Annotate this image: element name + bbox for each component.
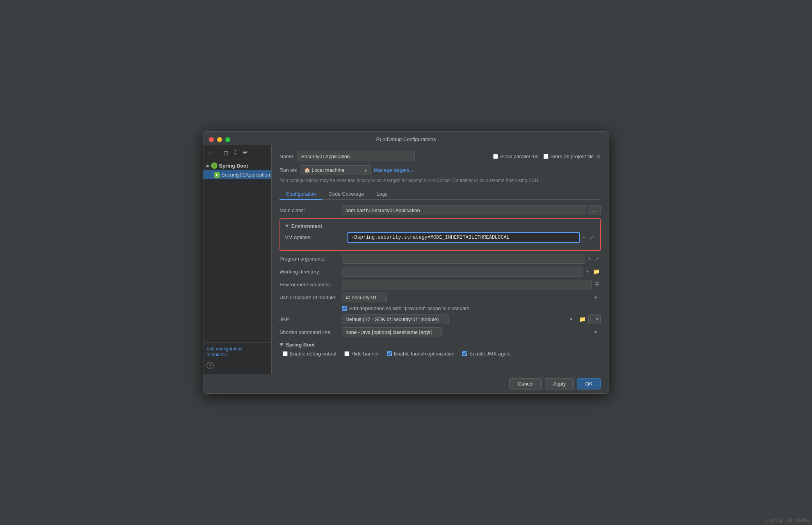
run-debug-dialog: Run/Debug Configurations + − ⊡ (203, 131, 609, 394)
sort-config-button[interactable] (241, 148, 250, 157)
edit-templates-link[interactable]: Edit configuration templates... (207, 346, 243, 357)
working-dir-label: Working directory: (280, 269, 342, 275)
svg-rect-2 (243, 154, 246, 154)
sidebar: + − ⊡ ▶ � (203, 145, 272, 374)
working-dir-input[interactable] (342, 267, 583, 277)
security01app-tree-item[interactable]: ▶ Security01Application (203, 170, 271, 179)
traffic-lights (209, 137, 230, 142)
shorten-cmd-select[interactable]: none - java [options] className [args] (342, 327, 442, 337)
env-vars-row: Environment variables: ☰ (280, 280, 601, 289)
remove-config-button[interactable]: − (214, 149, 221, 157)
move-config-button[interactable] (231, 148, 240, 157)
allow-parallel-checkbox[interactable] (493, 154, 498, 159)
jre-browse-button[interactable]: 📁 (578, 315, 587, 323)
dialog-title: Run/Debug Configurations (376, 136, 436, 142)
close-button[interactable] (209, 137, 214, 142)
program-args-expand-button[interactable]: ⤢ (594, 255, 601, 262)
jre-select[interactable]: Default (17 - SDK of 'security-01' modul… (342, 314, 449, 324)
svg-rect-0 (243, 151, 248, 152)
sidebar-bottom: Edit configuration templates... ? (203, 342, 271, 372)
top-right-options: Allow parallel run Store as project file… (493, 154, 601, 160)
tab-logs[interactable]: Logs (370, 189, 394, 200)
shorten-cmd-content: none - java [options] className [args] (342, 327, 601, 337)
classpath-row: Use classpath of module: 🗂 security-01 (280, 293, 601, 302)
tab-configuration[interactable]: Configuration (280, 189, 322, 200)
cancel-button[interactable]: Cancel (509, 378, 541, 389)
environment-collapse-icon[interactable] (285, 225, 289, 227)
spring-boot-collapse-icon[interactable] (280, 343, 283, 346)
run-on-select[interactable]: 🏠 Local machine (301, 165, 371, 175)
store-project-row: Store as project file ⚙ (543, 154, 601, 160)
classpath-label: Use classpath of module: (280, 295, 342, 300)
spring-boot-tree-item[interactable]: ▶ 🌿 Spring Boot (203, 161, 271, 170)
hint-text: Run configurations may be executed local… (280, 177, 601, 184)
vm-options-label: VM options: (285, 234, 347, 240)
add-config-button[interactable]: + (207, 149, 213, 157)
add-deps-checkbox-label[interactable]: Add dependencies with "provided" scope t… (342, 305, 469, 311)
configuration-tabs: Configuration Code Coverage Logs (280, 189, 601, 200)
env-vars-edit-button[interactable]: ☰ (593, 280, 601, 288)
add-deps-checkbox[interactable] (342, 306, 347, 311)
sidebar-toolbar: + − ⊡ (203, 147, 271, 159)
name-row: Name: (280, 152, 493, 161)
run-on-row: Run on: 🏠 Local machine Manage targets..… (280, 165, 601, 175)
program-args-content: + ⤢ (342, 254, 601, 264)
main-class-row: Main class: ... (280, 205, 601, 215)
jre-select-container: Default (17 - SDK of 'security-01' modul… (342, 314, 576, 324)
enable-jmx-checkbox[interactable] (462, 351, 467, 356)
classpath-select-container: 🗂 security-01 (342, 293, 601, 302)
svg-rect-1 (243, 152, 247, 153)
enable-jmx-checkbox-label[interactable]: Enable JMX agent (462, 351, 511, 357)
name-input[interactable] (297, 152, 415, 161)
vm-options-input[interactable] (347, 232, 580, 243)
ok-button[interactable]: OK (577, 378, 601, 389)
allow-parallel-checkbox-label[interactable]: Allow parallel run (493, 154, 539, 159)
shorten-cmd-row: Shorten command line: none - java [optio… (280, 327, 601, 337)
program-args-row: Program arguments: + ⤢ (280, 254, 601, 264)
enable-launch-checkbox-label[interactable]: Enable launch optimization (387, 351, 454, 357)
shorten-cmd-label: Shorten command line: (280, 329, 342, 335)
dialog-footer: Cancel Apply OK (203, 374, 609, 393)
env-vars-label: Environment variables: (280, 282, 342, 288)
jre-content: Default (17 - SDK of 'security-01' modul… (342, 314, 601, 324)
jre-label: JRE: (280, 316, 342, 322)
main-class-content: ... (342, 205, 601, 215)
main-class-label: Main class: (280, 207, 342, 213)
hide-banner-checkbox-label[interactable]: Hide banner (344, 351, 379, 357)
name-label: Name: (280, 154, 294, 159)
help-button[interactable]: ? (207, 362, 214, 369)
minimize-button[interactable] (217, 137, 222, 142)
env-vars-input[interactable] (342, 280, 592, 289)
store-project-checkbox[interactable] (543, 154, 548, 159)
enable-debug-checkbox[interactable] (283, 351, 288, 356)
store-project-checkbox-label[interactable]: Store as project file (543, 154, 594, 159)
spring-boot-section: Spring Boot Enable debug output Hide ban… (280, 342, 601, 357)
main-class-browse-button[interactable]: ... (588, 205, 601, 215)
working-dir-browse-button[interactable]: 📁 (592, 268, 601, 275)
program-args-input[interactable] (342, 254, 585, 264)
maximize-button[interactable] (225, 137, 230, 142)
security01app-label: Security01Application (221, 172, 270, 178)
vm-options-add-button[interactable]: + (581, 234, 587, 241)
enable-debug-checkbox-label[interactable]: Enable debug output (283, 351, 337, 357)
env-vars-content: ☰ (342, 280, 601, 289)
enable-launch-checkbox[interactable] (387, 351, 392, 356)
working-dir-add-button[interactable]: + (585, 268, 590, 275)
vm-options-content: + ⤢ (347, 232, 595, 243)
spring-boot-label: Spring Boot (219, 163, 248, 169)
copy-config-button[interactable]: ⊡ (222, 149, 230, 157)
store-project-gear-icon[interactable]: ⚙ (596, 154, 601, 160)
classpath-select[interactable]: 🗂 security-01 (342, 293, 387, 302)
vm-options-row: VM options: + ⤢ (285, 232, 595, 243)
hide-banner-checkbox[interactable] (344, 351, 349, 356)
watermark: CSDN @ 一枚小熊牛H (766, 518, 809, 523)
apply-button[interactable]: Apply (545, 378, 574, 389)
program-args-add-button[interactable]: + (587, 255, 592, 262)
top-section: Name: Allow parallel run Store as projec… (280, 152, 601, 161)
main-class-input[interactable] (342, 205, 586, 215)
manage-targets-link[interactable]: Manage targets... (374, 167, 413, 173)
vm-options-expand-button[interactable]: ⤢ (588, 234, 595, 241)
tab-code-coverage[interactable]: Code Coverage (322, 189, 370, 200)
jre-extra-select[interactable] (588, 314, 601, 324)
spring-boot-checkboxes: Enable debug output Hide banner Enable l… (280, 351, 601, 357)
